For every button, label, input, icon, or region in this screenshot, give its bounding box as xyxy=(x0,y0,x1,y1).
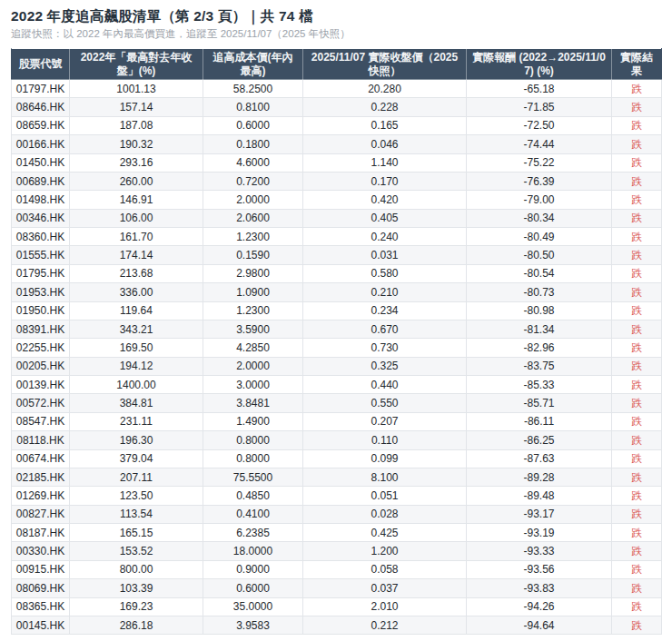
table-header-row: 股票代號 2022年「最高對去年收盤」(%) 追高成本價(年內最高) 2025/… xyxy=(12,49,662,80)
cell-peak-vs-prev-close: 169.23 xyxy=(70,597,203,616)
table-row: 00827.HK113.540.41000.028-93.17跌 xyxy=(12,505,662,523)
cell-stock-code: 00674.HK xyxy=(12,449,70,468)
cell-actual-return: -74.44 xyxy=(467,135,612,153)
cell-stock-code: 01498.HK xyxy=(12,191,70,209)
cell-actual-return: -81.34 xyxy=(467,320,612,338)
cell-chase-cost: 0.8000 xyxy=(203,431,303,449)
cell-actual-return: -94.64 xyxy=(467,616,612,634)
cell-actual-result: 跌 xyxy=(612,394,662,412)
cell-actual-return: -80.50 xyxy=(467,246,612,264)
cell-actual-return: -83.75 xyxy=(467,357,612,375)
cell-peak-vs-prev-close: 157.14 xyxy=(70,98,203,116)
cell-chase-cost: 0.8000 xyxy=(203,449,303,468)
table-row: 00145.HK286.183.95830.212-94.64跌 xyxy=(12,616,662,634)
cell-peak-vs-prev-close: 169.50 xyxy=(70,339,203,357)
cell-actual-return: -65.18 xyxy=(467,80,612,98)
cell-actual-result: 跌 xyxy=(612,616,662,634)
cell-actual-return: -93.17 xyxy=(467,505,612,523)
table-header: 股票代號 2022年「最高對去年收盤」(%) 追高成本價(年內最高) 2025/… xyxy=(12,49,662,80)
table-row: 00346.HK106.002.06000.405-80.34跌 xyxy=(12,209,662,227)
table-body: 01797.HK1001.1358.250020.280-65.18跌08646… xyxy=(12,80,662,635)
table-row: 08118.HK196.300.80000.110-86.25跌 xyxy=(12,431,662,449)
cell-stock-code: 00827.HK xyxy=(12,505,70,523)
cell-actual-result: 跌 xyxy=(612,135,662,153)
cell-stock-code: 01953.HK xyxy=(12,283,70,301)
cell-actual-return: -93.19 xyxy=(467,524,612,542)
cell-actual-close: 20.280 xyxy=(303,80,467,98)
cell-actual-close: 0.210 xyxy=(303,283,467,301)
cell-actual-result: 跌 xyxy=(612,487,662,505)
cell-stock-code: 00689.HK xyxy=(12,172,70,190)
cell-peak-vs-prev-close: 336.00 xyxy=(70,283,203,301)
cell-actual-close: 0.046 xyxy=(303,135,467,153)
table-row: 00205.HK194.122.00000.325-83.75跌 xyxy=(12,357,662,375)
table-row: 01953.HK336.001.09000.210-80.73跌 xyxy=(12,283,662,301)
cell-chase-cost: 58.2500 xyxy=(203,80,303,98)
cell-actual-result: 跌 xyxy=(612,505,662,523)
cell-peak-vs-prev-close: 379.04 xyxy=(70,449,203,468)
cell-stock-code: 08069.HK xyxy=(12,579,70,597)
cell-stock-code: 08360.HK xyxy=(12,228,70,246)
cell-stock-code: 00205.HK xyxy=(12,357,70,375)
cell-actual-return: -89.48 xyxy=(467,487,612,505)
cell-peak-vs-prev-close: 146.91 xyxy=(70,191,203,209)
cell-actual-close: 0.234 xyxy=(303,301,467,320)
cell-actual-result: 跌 xyxy=(612,301,662,320)
cell-actual-close: 8.100 xyxy=(303,468,467,486)
table-row: 08391.HK343.213.59000.670-81.34跌 xyxy=(12,320,662,338)
cell-stock-code: 01950.HK xyxy=(12,301,70,320)
cell-chase-cost: 75.5500 xyxy=(203,468,303,486)
cell-actual-return: -71.85 xyxy=(467,98,612,116)
cell-peak-vs-prev-close: 113.54 xyxy=(70,505,203,523)
cell-actual-close: 0.425 xyxy=(303,524,467,542)
page-subtitle: 追蹤快照：以 2022 年內最高價買進，追蹤至 2025/11/07（2025 … xyxy=(11,27,661,41)
cell-chase-cost: 4.2850 xyxy=(203,339,303,357)
cell-peak-vs-prev-close: 174.14 xyxy=(70,246,203,264)
cell-actual-return: -80.98 xyxy=(467,301,612,320)
cell-stock-code: 00145.HK xyxy=(12,616,70,634)
col-header-actual-close: 2025/11/07 實際收盤價（2025 快照） xyxy=(303,49,467,80)
cell-actual-result: 跌 xyxy=(612,579,662,597)
cell-chase-cost: 0.1590 xyxy=(203,246,303,264)
cell-stock-code: 08365.HK xyxy=(12,597,70,616)
cell-chase-cost: 18.0000 xyxy=(203,542,303,560)
cell-stock-code: 00346.HK xyxy=(12,209,70,227)
cell-chase-cost: 35.0000 xyxy=(203,597,303,616)
cell-chase-cost: 3.8481 xyxy=(203,394,303,412)
cell-actual-result: 跌 xyxy=(612,228,662,246)
cell-actual-close: 0.165 xyxy=(303,116,467,134)
col-header-actual-return: 實際報酬 (2022→2025/11/07) (%) xyxy=(467,49,612,80)
cell-peak-vs-prev-close: 293.16 xyxy=(70,153,203,172)
cell-actual-result: 跌 xyxy=(612,357,662,375)
cell-actual-result: 跌 xyxy=(612,172,662,190)
cell-chase-cost: 2.9800 xyxy=(203,264,303,282)
table-row: 08069.HK103.390.60000.037-93.83跌 xyxy=(12,579,662,597)
cell-actual-return: -76.39 xyxy=(467,172,612,190)
cell-actual-close: 0.037 xyxy=(303,579,467,597)
cell-chase-cost: 0.8100 xyxy=(203,98,303,116)
cell-actual-result: 跌 xyxy=(612,80,662,98)
cell-actual-close: 0.207 xyxy=(303,412,467,430)
cell-stock-code: 01269.HK xyxy=(12,487,70,505)
cell-stock-code: 08646.HK xyxy=(12,98,70,116)
cell-stock-code: 08118.HK xyxy=(12,431,70,449)
cell-stock-code: 01797.HK xyxy=(12,80,70,98)
table-row: 02185.HK207.1175.55008.100-89.28跌 xyxy=(12,468,662,486)
report-page: 2022 年度追高飆股清單（第 2/3 頁）｜共 74 檔 追蹤快照：以 202… xyxy=(0,0,672,635)
cell-actual-return: -80.49 xyxy=(467,228,612,246)
cell-actual-return: -86.25 xyxy=(467,431,612,449)
cell-actual-result: 跌 xyxy=(612,209,662,227)
cell-stock-code: 08659.HK xyxy=(12,116,70,134)
cell-actual-close: 1.200 xyxy=(303,542,467,560)
cell-actual-result: 跌 xyxy=(612,320,662,338)
cell-actual-result: 跌 xyxy=(612,283,662,301)
cell-peak-vs-prev-close: 103.39 xyxy=(70,579,203,597)
cell-chase-cost: 6.2385 xyxy=(203,524,303,542)
cell-chase-cost: 0.6000 xyxy=(203,116,303,134)
cell-actual-close: 0.325 xyxy=(303,357,467,375)
cell-peak-vs-prev-close: 384.81 xyxy=(70,394,203,412)
cell-actual-return: -93.56 xyxy=(467,560,612,578)
cell-actual-return: -80.54 xyxy=(467,264,612,282)
table-row: 08365.HK169.2335.00002.010-94.26跌 xyxy=(12,597,662,616)
cell-actual-result: 跌 xyxy=(612,191,662,209)
